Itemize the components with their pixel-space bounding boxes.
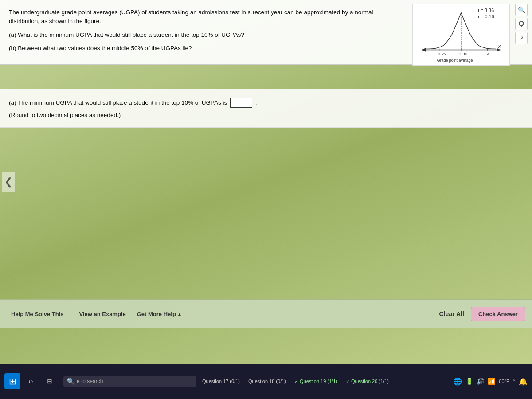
svg-text:Grade point average: Grade point average	[437, 58, 473, 63]
wifi-icon[interactable]: 📶	[488, 378, 495, 385]
notification-icon[interactable]: 🔔	[519, 377, 528, 386]
temperature-display: 80°F	[499, 379, 509, 384]
taskbar-right: 🌐 🔋 🔊 📶 80°F ^ 🔔	[453, 377, 528, 386]
question-nav: Question 17 (0/1) Question 18 (0/1) ✓ Qu…	[199, 377, 451, 386]
svg-text:3.36: 3.36	[459, 51, 468, 56]
svg-text:x: x	[498, 43, 501, 49]
answer-prompt-text: (a) The minimum UGPA that would still pl…	[9, 98, 523, 108]
battery-icon[interactable]: 🔋	[466, 378, 473, 385]
answer-input-field[interactable]	[230, 98, 252, 108]
right-icons-panel: 🔍 Q ↗	[515, 4, 528, 44]
chevron-up-icon[interactable]: ^	[513, 379, 515, 384]
answer-section: (a) The minimum UGPA that would still pl…	[0, 89, 532, 128]
question-18-nav[interactable]: Question 18 (0/1)	[245, 377, 289, 385]
taskbar: ⊞ ○ ⊟ 🔍 e to search Question 17 (0/1) Qu…	[0, 364, 532, 399]
get-more-help-button[interactable]: Get More Help ▲	[137, 311, 182, 317]
question-part-b: (b) Between what two values does the mid…	[9, 44, 399, 53]
action-bar: Help Me Solve This View an Example Get M…	[0, 299, 532, 328]
volume-icon[interactable]: 🔊	[477, 378, 484, 385]
view-example-button[interactable]: View an Example	[74, 308, 130, 320]
help-me-solve-button[interactable]: Help Me Solve This	[7, 308, 68, 320]
svg-text:2.72: 2.72	[438, 51, 446, 56]
left-nav-arrow[interactable]: ❮	[2, 172, 15, 192]
main-content: The undergraduate grade point averages (…	[0, 0, 532, 364]
taskbar-search-text: e to search	[77, 378, 103, 384]
question-part-a: (a) What is the minimum UGPA that would …	[9, 31, 399, 39]
zoom-icon-btn[interactable]: Q	[515, 18, 528, 30]
svg-text:4: 4	[487, 51, 489, 56]
question-19-nav[interactable]: ✓ Question 19 (1/1)	[291, 377, 341, 386]
system-tray-icon-1[interactable]: 🌐	[453, 377, 462, 386]
dots-separator: · · · · ·	[253, 86, 278, 93]
check-answer-button[interactable]: Check Answer	[471, 307, 525, 321]
search-taskbar-icon[interactable]: ○	[23, 373, 39, 389]
svg-text:μ = 3.36: μ = 3.36	[477, 8, 494, 13]
question-20-nav[interactable]: ✓ Question 20 (1/1)	[342, 377, 392, 386]
taskbar-search[interactable]: 🔍 e to search	[63, 376, 196, 387]
question-panel: The undergraduate grade point averages (…	[0, 0, 532, 65]
start-button[interactable]: ⊞	[4, 373, 20, 389]
round-note-text: (Round to two decimal places as needed.)	[9, 110, 523, 120]
search-icon-btn[interactable]: 🔍	[515, 4, 528, 16]
clear-all-button[interactable]: Clear All	[439, 310, 464, 317]
svg-text:σ = 0.16: σ = 0.16	[477, 14, 494, 19]
question-intro: The undergraduate grade point averages (…	[9, 8, 399, 26]
graph-svg: μ = 3.36 σ = 0.16	[413, 4, 509, 65]
question-17-nav[interactable]: Question 17 (0/1)	[199, 377, 243, 385]
taskbar-search-icon: 🔍	[67, 378, 74, 385]
external-link-icon-btn[interactable]: ↗	[515, 32, 528, 44]
taskview-icon[interactable]: ⊟	[42, 373, 58, 389]
normal-distribution-graph: μ = 3.36 σ = 0.16	[412, 4, 510, 66]
